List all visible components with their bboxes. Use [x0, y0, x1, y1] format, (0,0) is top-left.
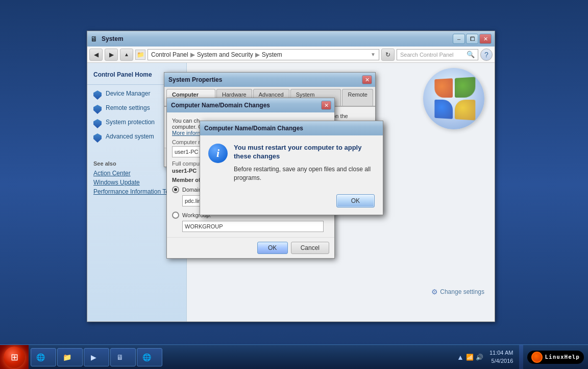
cn-dialog-titlebar: Computer Name/Domain Changes ✕ — [167, 98, 334, 112]
taskbar-media-button[interactable]: ▶ — [84, 348, 109, 366]
folder-icon: 📁 — [135, 50, 145, 60]
close-button[interactable]: ✕ — [479, 34, 492, 44]
back-button[interactable]: ◀ — [89, 49, 103, 61]
device-manager-icon — [92, 90, 103, 100]
taskbar-app1-button[interactable]: 🖥 — [110, 348, 136, 366]
explorer-icon: 📁 — [62, 352, 72, 362]
workgroup-input[interactable] — [182, 221, 324, 232]
taskbar-ie-button[interactable]: 🌐 — [31, 348, 56, 366]
restart-btn-row: OK — [200, 190, 383, 215]
window-controls: – ⧠ ✕ — [453, 34, 492, 44]
sys-props-title: System Properties — [167, 76, 362, 83]
restart-text-area: You must restart your computer to apply … — [234, 144, 375, 182]
sys-props-titlebar: System Properties ✕ — [164, 73, 375, 87]
minimize-button[interactable]: – — [453, 34, 465, 44]
linuxhelp-label: LinuxHelp — [545, 354, 580, 360]
search-box[interactable]: Search Control Panel 🔍 — [397, 49, 478, 60]
taskbar-tray: ▲ 📶 🔊 11:04 AM 5/4/2016 — [453, 345, 527, 369]
address-path[interactable]: Control Panel ▶ System and Security ▶ Sy… — [148, 49, 379, 60]
clock-time: 11:04 AM — [489, 349, 513, 357]
sidebar-label-remote-settings: Remote settings — [106, 104, 150, 112]
cn-ok-button[interactable]: OK — [257, 242, 288, 254]
breadcrumb-part1: Control Panel — [151, 51, 188, 58]
windows-start-icon: ⊞ — [11, 352, 18, 363]
cn-dialog-title: Computer Name/Domain Changes — [170, 102, 321, 109]
address-bar: ◀ ▶ ▲ 📁 Control Panel ▶ System and Secur… — [87, 47, 495, 63]
restart-subtitle: Before restarting, save any open files a… — [234, 165, 375, 182]
taskbar-explorer-button[interactable]: 📁 — [57, 348, 83, 366]
cn-cancel-button[interactable]: Cancel — [291, 242, 329, 254]
domain-radio[interactable] — [172, 186, 179, 193]
app1-icon: 🖥 — [115, 352, 125, 362]
media-icon: ▶ — [88, 352, 99, 362]
search-icon: 🔍 — [467, 51, 475, 58]
tray-icons: ▲ 📶 🔊 — [457, 353, 483, 361]
system-protection-icon — [92, 119, 103, 129]
restart-ok-button[interactable]: OK — [336, 194, 375, 207]
breadcrumb-sep2: ▶ — [255, 51, 260, 58]
restart-dialog-content: i You must restart your computer to appl… — [200, 135, 383, 190]
cn-dialog-close-button[interactable]: ✕ — [321, 101, 331, 110]
show-desktop-button[interactable] — [519, 345, 523, 370]
help-button[interactable]: ? — [480, 49, 493, 61]
tab-remote[interactable]: Remote — [342, 89, 373, 106]
taskbar: ⊞ 🌐 📁 ▶ 🖥 🌐 ▲ 📶 🔊 — [0, 344, 588, 369]
workgroup-radio[interactable] — [172, 212, 179, 219]
restart-title: You must restart your computer to apply … — [234, 144, 375, 161]
window-title: System — [100, 35, 451, 42]
tray-network-icon: 📶 — [466, 354, 474, 361]
restart-dialog: Computer Name/Domain Changes i You must … — [200, 121, 383, 215]
window-titlebar: 🖥 System – ⧠ ✕ — [87, 31, 495, 47]
tray-volume-icon: 🔊 — [476, 354, 483, 361]
up-button[interactable]: ▲ — [120, 49, 133, 61]
start-orb: ⊞ — [4, 347, 25, 368]
ie-icon: 🌐 — [35, 352, 45, 362]
breadcrumb-sep1: ▶ — [190, 51, 195, 58]
maximize-button[interactable]: ⧠ — [466, 34, 478, 44]
tray-clock[interactable]: 11:04 AM 5/4/2016 — [486, 349, 516, 365]
start-button[interactable]: ⊞ — [0, 345, 29, 370]
taskbar-items: 🌐 📁 ▶ 🖥 🌐 — [29, 348, 453, 366]
linuxhelp-badge: LinuxHelp — [527, 351, 584, 364]
control-panel-window: 🖥 System – ⧠ ✕ ◀ ▶ ▲ 📁 Control Panel ▶ S… — [87, 31, 495, 322]
sidebar-label-advanced-system: Advanced system — [106, 133, 154, 141]
cn-more-info-link[interactable]: More inform — [172, 130, 202, 136]
forward-button[interactable]: ▶ — [105, 49, 118, 61]
taskbar-network-button[interactable]: 🌐 — [137, 348, 162, 366]
dropdown-arrow: ▼ — [371, 52, 376, 57]
tray-arrow-icon[interactable]: ▲ — [457, 353, 464, 361]
refresh-button[interactable]: ↻ — [381, 49, 395, 61]
desktop: 🖥 System – ⧠ ✕ ◀ ▶ ▲ 📁 Control Panel ▶ S… — [0, 0, 588, 369]
restart-dialog-titlebar: Computer Name/Domain Changes — [200, 121, 383, 135]
sys-props-close-button[interactable]: ✕ — [362, 75, 372, 84]
linuxhelp-orb — [531, 352, 543, 363]
restart-dialog-title: Computer Name/Domain Changes — [203, 125, 380, 132]
info-icon: i — [208, 144, 228, 163]
clock-date: 5/4/2016 — [489, 357, 513, 365]
sidebar-label-device-manager: Device Manager — [106, 90, 150, 98]
breadcrumb-part2: System and Security — [197, 51, 253, 58]
sidebar-label-system-protection: System protection — [106, 119, 155, 127]
remote-settings-icon — [92, 104, 103, 114]
search-placeholder: Search Control Panel — [400, 52, 454, 58]
advanced-system-icon — [92, 133, 103, 143]
cn-dialog-buttons: OK Cancel — [167, 237, 334, 258]
breadcrumb-part3: System — [262, 51, 282, 58]
network-icon: 🌐 — [141, 352, 152, 362]
